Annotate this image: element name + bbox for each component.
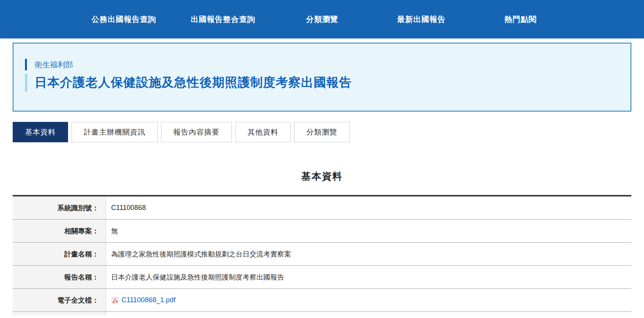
table-row-report-name: 報告名稱： 日本介護老人保健設施及急性後期照護制度考察出國報告 (13, 266, 631, 289)
tab-report-summary[interactable]: 報告內容摘要 (161, 122, 232, 142)
table-row-fulltext-file: 電子全文檔： C11100868_1.pdf (13, 289, 631, 312)
table-row-partial (13, 312, 631, 316)
nav-item-official-report-search[interactable]: 公務出國報告查詢 (74, 14, 173, 25)
row-label: 報告名稱： (13, 266, 106, 288)
agency-accent-bar (25, 59, 27, 70)
table-row-related-project: 相關專案： 無 (13, 220, 631, 243)
agency-row: 衛生福利部 (25, 59, 631, 70)
row-label: 計畫名稱： (13, 243, 106, 265)
row-value: 為護理之家急性後期照護模式推動規劃之台日交流考實察案 (106, 243, 631, 265)
report-title: 日本介護老人保健設施及急性後期照護制度考察出國報告 (35, 74, 352, 91)
row-value: C11100868_1.pdf (106, 289, 631, 311)
pdf-icon (111, 296, 119, 304)
row-value: C11100868 (106, 196, 631, 219)
row-value: 無 (106, 220, 631, 242)
row-label: 系統識別號： (13, 196, 106, 219)
tab-bar: 基本資料 計畫主辦機關資訊 報告內容摘要 其他資料 分類瀏覽 (13, 122, 631, 142)
table-row-plan-name: 計畫名稱： 為護理之家急性後期照護模式推動規劃之台日交流考實察案 (13, 243, 631, 266)
table-row-system-id: 系統識別號： C11100868 (13, 196, 631, 220)
title-row: 日本介護老人保健設施及急性後期照護制度考察出國報告 (25, 74, 631, 92)
row-value: 日本介護老人保健設施及急性後期照護制度考察出國報告 (106, 266, 631, 288)
row-label-partial (13, 312, 106, 316)
nav-item-integrated-report-search[interactable]: 出國報告整合查詢 (173, 14, 273, 25)
tab-organizer-info[interactable]: 計畫主辦機關資訊 (72, 122, 158, 142)
title-accent-bar (25, 74, 27, 92)
pdf-download-link[interactable]: C11100868_1.pdf (111, 296, 175, 304)
row-label: 相關專案： (13, 220, 106, 242)
tab-category-browse[interactable]: 分類瀏覽 (294, 122, 349, 142)
basic-info-table: 系統識別號： C11100868 相關專案： 無 計畫名稱： 為護理之家急性後期… (13, 195, 631, 316)
row-label: 電子全文檔： (13, 289, 106, 311)
nav-menu: 公務出國報告查詢 出國報告整合查詢 分類瀏覽 最新出國報告 熱門點閱 (74, 14, 570, 25)
report-header-panel: 衛生福利部 日本介護老人保健設施及急性後期照護制度考察出國報告 (13, 43, 631, 112)
top-navigation: 公務出國報告查詢 出國報告整合查詢 分類瀏覽 最新出國報告 熱門點閱 (0, 0, 644, 38)
nav-item-popular[interactable]: 熱門點閱 (471, 14, 570, 25)
tab-other-info[interactable]: 其他資料 (235, 122, 291, 142)
section-heading: 基本資料 (0, 170, 644, 183)
pdf-link-text: C11100868_1.pdf (121, 296, 175, 304)
tab-basic-info[interactable]: 基本資料 (13, 122, 68, 142)
nav-item-category-browse[interactable]: 分類瀏覽 (273, 14, 372, 25)
nav-item-latest-reports[interactable]: 最新出國報告 (372, 14, 471, 25)
agency-name: 衛生福利部 (35, 60, 73, 70)
